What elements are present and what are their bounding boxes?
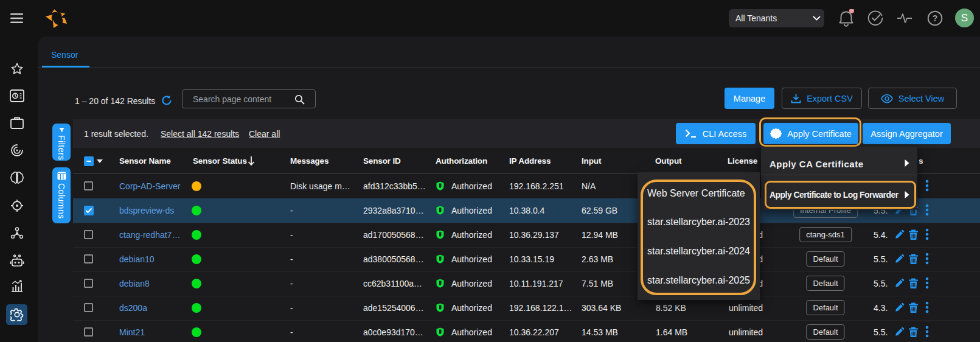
svg-text:?: ? bbox=[933, 13, 938, 23]
